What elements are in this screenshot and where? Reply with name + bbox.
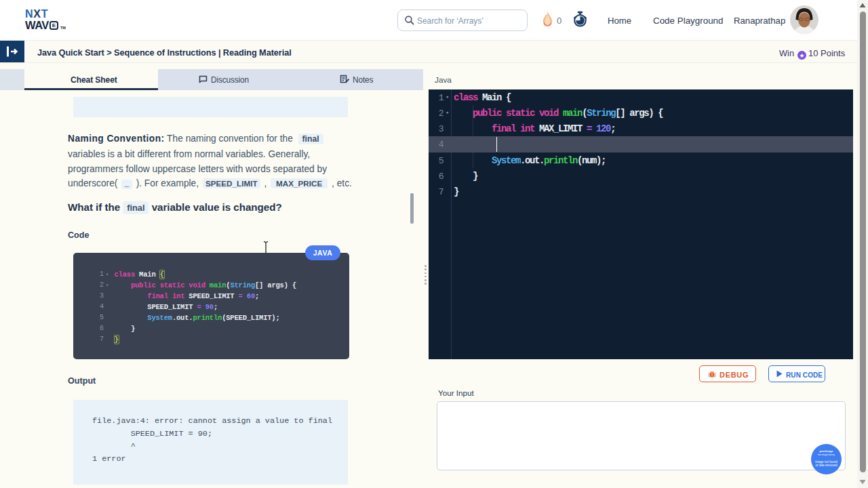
svg-text:★: ★ — [799, 52, 804, 59]
